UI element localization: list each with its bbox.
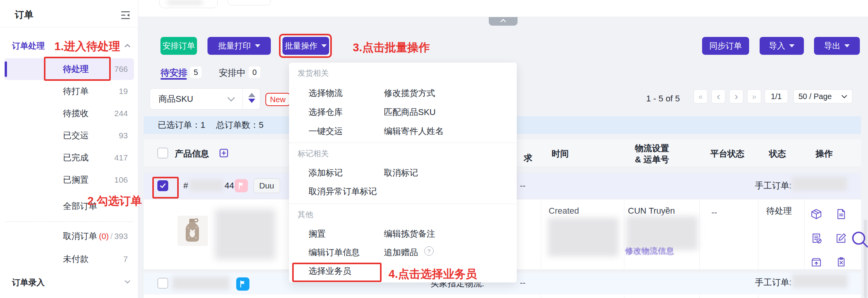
order-1-status: 待处理 xyxy=(766,205,792,217)
pagination-first-button[interactable]: « xyxy=(694,89,708,103)
sidebar-item-label: 待处理 xyxy=(63,63,89,75)
annotation-step2: 2.勾选订单 xyxy=(87,193,142,209)
pagination-next-button[interactable]: › xyxy=(729,89,743,103)
sidebar-item-label: 已完成 xyxy=(63,152,89,164)
edit-logistics-link[interactable]: 修改物流信息 xyxy=(625,246,674,256)
product-image[interactable] xyxy=(178,216,208,246)
menu-item-edit-order-info[interactable]: 编辑订单信息 xyxy=(309,247,360,258)
column-header-logistics-line1: 物流设置 xyxy=(635,143,669,154)
sidebar-item-count: (0)/393 xyxy=(99,232,128,241)
column-header-status: 状态 xyxy=(769,148,786,160)
menu-item-modify-pickup[interactable]: 修改揽货方式 xyxy=(384,87,435,99)
order-2-manual-label: 手工订单: xyxy=(755,277,791,288)
arrange-order-button[interactable]: 安排订单 xyxy=(160,37,197,55)
package-icon[interactable] xyxy=(810,208,822,220)
menu-item-edit-sender-name[interactable]: 编辑寄件人姓名 xyxy=(384,125,444,137)
order-1-id-hash: # xyxy=(183,181,188,191)
sidebar-item-shipped[interactable]: 已交运 93 xyxy=(4,125,134,146)
import-button[interactable]: 导入 xyxy=(760,37,804,55)
menu-item-remove-abnormal-mark[interactable]: 取消异常订单标记 xyxy=(309,186,377,197)
menu-fold-icon[interactable] xyxy=(120,9,131,23)
sort-up-icon[interactable] xyxy=(248,93,255,97)
blue-flag-icon[interactable] xyxy=(236,277,249,291)
menu-item-edit-picking-note[interactable]: 编辑拣货备注 xyxy=(384,228,435,240)
search-icon[interactable] xyxy=(850,230,868,252)
batch-operations-button[interactable]: 批量操作 xyxy=(282,37,329,55)
annotation-step4: 4.点击选择业务员 xyxy=(389,267,477,282)
sidebar-item-count: 417 xyxy=(114,153,128,162)
column-divider xyxy=(804,199,805,270)
help-icon[interactable]: ? xyxy=(424,246,434,256)
column-divider xyxy=(624,295,624,298)
sku-filter-select[interactable]: 商品SKU xyxy=(150,88,260,110)
order-1-id-tail: 44 xyxy=(225,181,234,191)
column-header-time: 时间 xyxy=(552,148,569,160)
sidebar-group-order-entry[interactable]: 订单录入 xyxy=(12,277,45,288)
page-size-select[interactable]: 50 / Page xyxy=(793,89,852,103)
list-disable-icon[interactable] xyxy=(810,232,822,244)
menu-section-other: 其他 xyxy=(298,209,313,220)
menu-item-match-sku[interactable]: 匹配商品SKU xyxy=(384,106,436,118)
edit-icon[interactable] xyxy=(835,232,847,244)
cut-filter-chip-2[interactable] xyxy=(227,0,271,5)
menu-item-add-gift[interactable]: 追加赠品 xyxy=(384,247,418,258)
collapse-panel-tab[interactable] xyxy=(489,17,518,26)
menu-item-select-warehouse[interactable]: 选择仓库 xyxy=(309,106,343,118)
archive-up-icon[interactable] xyxy=(810,256,822,268)
menu-item-hold[interactable]: 搁置 xyxy=(309,228,326,240)
add-column-icon[interactable] xyxy=(219,148,229,160)
pagination-prev-button[interactable]: ‹ xyxy=(711,89,725,103)
sidebar-item-completed[interactable]: 已完成 417 xyxy=(4,147,134,169)
menu-section-shipping: 发货相关 xyxy=(298,68,329,78)
chevron-down-icon xyxy=(321,44,327,47)
select-all-checkbox[interactable] xyxy=(157,148,168,159)
order-management-screen: 订单 订单处理 待处理 766 待打单 19 待揽收 244 已交运 93 已完… xyxy=(0,0,868,298)
column-header-platform-status: 平台状态 xyxy=(710,148,744,160)
sidebar-item-pending[interactable]: 待处理 766 xyxy=(4,58,134,80)
order-1-dash: -- xyxy=(520,181,526,191)
sort-spinner[interactable] xyxy=(248,93,255,103)
tab-to-arrange[interactable]: 待安排 xyxy=(160,67,187,79)
column-divider xyxy=(541,295,541,298)
chevron-up-icon[interactable] xyxy=(124,42,131,51)
batch-print-button[interactable]: 批量打印 xyxy=(207,37,271,55)
product-name-blurred xyxy=(215,209,275,260)
pink-flag-icon[interactable] xyxy=(235,179,248,192)
export-button[interactable]: 导出 xyxy=(814,37,860,55)
sidebar-item-count: 106 xyxy=(114,175,128,185)
tab-arranging-count: 0 xyxy=(249,66,260,78)
chevron-down-icon xyxy=(255,44,260,47)
select-divider xyxy=(242,89,243,109)
order-1-tag-badge: Duu xyxy=(253,178,280,193)
menu-item-select-salesman[interactable]: 选择业务员 xyxy=(309,265,351,277)
menu-item-one-click-ship[interactable]: 一键交运 xyxy=(309,125,343,137)
menu-item-remove-mark[interactable]: 取消标记 xyxy=(384,167,418,179)
sidebar-item-count: 766 xyxy=(114,64,128,74)
chevron-down-icon xyxy=(789,44,795,47)
menu-divider xyxy=(289,204,517,204)
selected-count-label: 已选订单：1 xyxy=(158,119,205,131)
menu-item-add-mark[interactable]: 添加标记 xyxy=(309,167,343,179)
sidebar-item-unpaid[interactable]: 未付款 7 xyxy=(4,248,134,270)
pagination-last-button[interactable]: » xyxy=(747,89,761,103)
column-divider xyxy=(758,199,758,270)
menu-item-select-logistics[interactable]: 选择物流 xyxy=(309,87,343,99)
order-2-checkbox[interactable] xyxy=(157,278,168,289)
active-tab-underline xyxy=(160,78,187,80)
sidebar-item-count: 93 xyxy=(119,131,128,140)
tab-arranging[interactable]: 安排中 xyxy=(219,67,246,79)
sidebar-group-order-processing[interactable]: 订单处理 xyxy=(12,40,45,51)
sidebar-item-count: 244 xyxy=(114,109,128,118)
column-divider xyxy=(541,199,541,270)
sort-down-icon[interactable] xyxy=(248,99,255,103)
order-1-checkbox[interactable] xyxy=(157,180,168,191)
chevron-down-icon[interactable] xyxy=(124,278,131,287)
sidebar-item-to-collect[interactable]: 待揽收 244 xyxy=(4,103,134,124)
sidebar-item-on-hold[interactable]: 已搁置 106 xyxy=(4,169,134,191)
clipboard-x-icon[interactable] xyxy=(835,256,847,268)
sidebar-item-to-print[interactable]: 待打单 19 xyxy=(4,80,134,102)
order-2-dash: -- xyxy=(520,278,526,288)
sidebar-item-cancelled[interactable]: 取消订单 (0)/393 xyxy=(4,225,134,247)
sync-orders-button[interactable]: 同步订单 xyxy=(702,37,749,55)
document-icon[interactable] xyxy=(835,208,847,220)
